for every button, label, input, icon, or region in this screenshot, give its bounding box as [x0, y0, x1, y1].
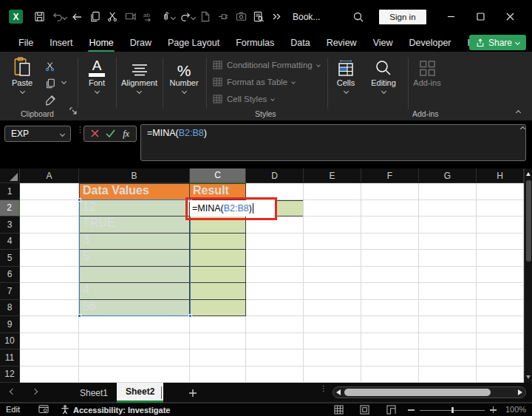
cell-D9[interactable]	[246, 316, 304, 333]
zoom-slider-thumb[interactable]	[451, 407, 454, 413]
clipboard-dialog-launcher-icon[interactable]	[69, 104, 77, 117]
row-header-8[interactable]: 8	[0, 300, 20, 317]
cell-H8[interactable]	[477, 300, 524, 317]
row-header-4[interactable]: 4	[0, 233, 20, 250]
cell-D4[interactable]	[246, 233, 304, 250]
cell-G2[interactable]	[419, 200, 477, 217]
cell-C5[interactable]	[190, 250, 246, 267]
back-icon[interactable]	[68, 8, 86, 26]
number-group-button[interactable]: % Number	[166, 56, 202, 93]
cell-B7[interactable]: 4	[79, 283, 190, 300]
cell-C10[interactable]	[190, 333, 246, 350]
styles-item-cell-styles[interactable]: Cell Styles	[213, 95, 274, 103]
ribbon-tab-file[interactable]: File	[10, 35, 41, 51]
vertical-scrollbar[interactable]	[524, 168, 532, 383]
horizontal-scroll-thumb[interactable]	[344, 389, 491, 396]
cell-A2[interactable]	[20, 200, 79, 217]
cell-C9[interactable]	[190, 316, 246, 333]
cell-B1[interactable]: Data Values	[79, 183, 190, 200]
row-header-5[interactable]: 5	[0, 250, 20, 267]
mail-icon[interactable]	[121, 8, 139, 26]
name-box[interactable]: EXP	[4, 126, 71, 142]
cell-H3[interactable]	[477, 216, 524, 233]
styles-item-format-as-table[interactable]: Format as Table	[213, 78, 295, 86]
cell-H12[interactable]	[477, 366, 524, 383]
cell-G1[interactable]	[419, 183, 477, 200]
cell-F2[interactable]	[361, 200, 419, 217]
cell-E4[interactable]	[304, 233, 361, 250]
cell-A6[interactable]	[20, 267, 79, 284]
cancel-icon[interactable]	[91, 127, 99, 140]
column-header-A[interactable]: A	[20, 168, 79, 183]
cell-F1[interactable]	[361, 183, 419, 200]
cell-E9[interactable]	[304, 316, 361, 333]
save-icon[interactable]	[30, 8, 48, 26]
search-icon[interactable]	[349, 8, 367, 26]
cell-A8[interactable]	[20, 300, 79, 317]
ribbon-tab-data[interactable]: Data	[282, 35, 318, 51]
cell-C7[interactable]	[190, 283, 246, 300]
accessibility-status[interactable]: Accessibility: Investigate	[61, 405, 170, 415]
editing-group-button[interactable]: Editing	[366, 56, 400, 93]
formula-input[interactable]: =MINA(B2:B8)	[140, 124, 526, 161]
cell-G12[interactable]	[419, 366, 477, 383]
cell-H9[interactable]	[477, 316, 524, 333]
column-header-G[interactable]: G	[419, 168, 477, 183]
cell-E10[interactable]	[304, 333, 361, 350]
cell-F11[interactable]	[361, 349, 419, 366]
paste-button[interactable]: Paste	[12, 56, 33, 93]
cell-A10[interactable]	[20, 333, 79, 350]
ribbon-copy-icon[interactable]	[41, 75, 59, 92]
cell-E11[interactable]	[304, 349, 361, 366]
cell-G7[interactable]	[419, 283, 477, 300]
ribbon-tab-developer[interactable]: Developer	[401, 35, 460, 51]
cell-C11[interactable]	[190, 349, 246, 366]
cell-F10[interactable]	[361, 333, 419, 350]
cell-E5[interactable]	[304, 250, 361, 267]
cell-C12[interactable]	[190, 366, 246, 383]
column-header-C[interactable]: C	[190, 168, 246, 183]
row-header-3[interactable]: 3	[0, 216, 20, 233]
copy-dropdown-icon[interactable]	[61, 79, 66, 84]
sheet-tab-sheet2[interactable]: Sheet2	[117, 383, 163, 403]
column-header-D[interactable]: D	[246, 168, 304, 183]
cell-E8[interactable]	[304, 300, 361, 317]
camera-icon[interactable]	[232, 8, 250, 26]
cell-B11[interactable]	[79, 349, 190, 366]
cell-F7[interactable]	[361, 283, 419, 300]
overflow-icon[interactable]	[267, 8, 285, 26]
cell-D6[interactable]	[246, 267, 304, 284]
new-sheet-button[interactable]	[186, 386, 199, 399]
cell-B8[interactable]: 56	[79, 300, 190, 317]
enter-icon[interactable]	[106, 127, 115, 140]
cell-F12[interactable]	[361, 366, 419, 383]
cell-H7[interactable]	[477, 283, 524, 300]
scroll-left-icon[interactable]	[336, 389, 341, 395]
cell-H6[interactable]	[477, 267, 524, 284]
vertical-scroll-thumb[interactable]	[526, 180, 531, 262]
cell-C4[interactable]	[190, 233, 246, 250]
column-header-H[interactable]: H	[477, 168, 524, 183]
cell-B12[interactable]	[79, 366, 190, 383]
cell-H10[interactable]	[477, 333, 524, 350]
cell-H4[interactable]	[477, 233, 524, 250]
cell-G8[interactable]	[419, 300, 477, 317]
scroll-down-icon[interactable]	[526, 375, 531, 379]
column-header-F[interactable]: F	[361, 168, 419, 183]
cell-D10[interactable]	[246, 333, 304, 350]
select-all-corner[interactable]	[0, 168, 20, 183]
cell-D8[interactable]	[246, 300, 304, 317]
row-header-11[interactable]: 11	[0, 349, 20, 366]
cut-icon[interactable]	[103, 8, 121, 26]
cells-group-button[interactable]: Cells	[331, 56, 361, 93]
styles-item-conditional-formatting[interactable]: Conditional Formatting	[213, 61, 320, 69]
cell-F5[interactable]	[361, 250, 419, 267]
zoom-out-button[interactable]	[408, 409, 415, 411]
cell-G5[interactable]	[419, 250, 477, 267]
cell-G9[interactable]	[419, 316, 477, 333]
display-settings-icon[interactable]	[38, 405, 49, 416]
ribbon-tab-view[interactable]: View	[365, 35, 401, 51]
horizontal-scrollbar[interactable]	[332, 386, 526, 398]
row-header-6[interactable]: 6	[0, 267, 20, 284]
scroll-right-icon[interactable]	[518, 389, 522, 395]
